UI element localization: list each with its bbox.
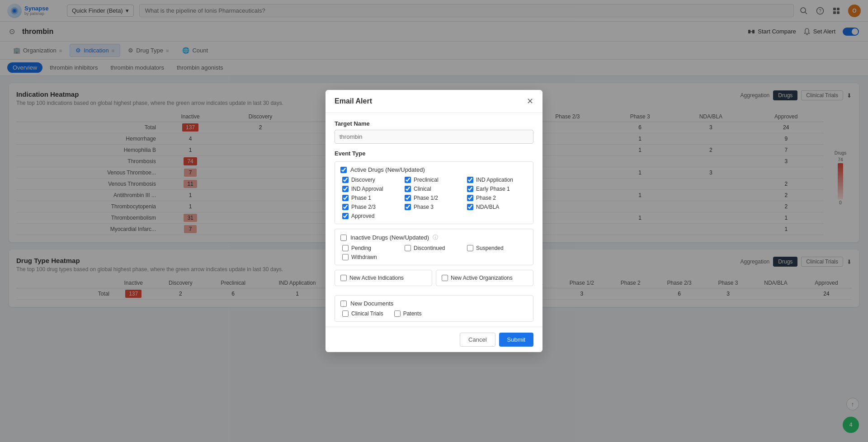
modal-close-button[interactable]: ✕: [527, 97, 533, 105]
option-ind-application[interactable]: IND Application: [467, 177, 528, 183]
option-phase2-3[interactable]: Phase 2/3: [342, 204, 403, 210]
active-drugs-header: Active Drugs (New/Updated): [340, 166, 528, 173]
new-documents-label: New Documents: [350, 300, 393, 307]
target-name-input[interactable]: [335, 130, 533, 144]
option-withdrawn[interactable]: Withdrawn: [342, 254, 403, 260]
active-drugs-label: Active Drugs (New/Updated): [350, 166, 425, 173]
option-ind-approval[interactable]: IND Approval: [342, 186, 403, 192]
option-clinical-trials[interactable]: Clinical Trials: [342, 310, 383, 317]
info-icon: ⓘ: [433, 234, 438, 241]
inactive-drugs-header: Inactive Drugs (New/Updated) ⓘ: [340, 234, 528, 241]
option-phase1-2[interactable]: Phase 1/2: [405, 195, 465, 201]
new-documents-group: New Documents Clinical Trials Patents: [335, 295, 533, 322]
option-approved[interactable]: Approved: [342, 213, 403, 219]
new-active-indications-checkbox[interactable]: New Active Indications: [340, 275, 426, 281]
new-documents-checkbox[interactable]: [340, 301, 347, 307]
inactive-drugs-checkbox[interactable]: [340, 235, 347, 241]
option-preclinical[interactable]: Preclinical: [405, 177, 465, 183]
new-documents-header: New Documents: [340, 300, 528, 307]
option-phase1[interactable]: Phase 1: [342, 195, 403, 201]
new-active-organizations-group: New Active Organizations: [436, 270, 533, 286]
option-pending[interactable]: Pending: [342, 245, 403, 251]
inactive-options-grid: Pending Discontinued Suspended Withdrawn: [340, 245, 528, 260]
inactive-drugs-group: Inactive Drugs (New/Updated) ⓘ Pending D…: [335, 229, 533, 265]
modal-overlay: Email Alert ✕ Target Name Event Type Act…: [0, 0, 868, 442]
option-suspended[interactable]: Suspended: [467, 245, 528, 251]
target-name-label: Target Name: [335, 120, 533, 127]
modal-header: Email Alert ✕: [326, 90, 542, 113]
cancel-button[interactable]: Cancel: [460, 333, 495, 347]
option-ndabla[interactable]: NDA/BLA: [467, 204, 528, 210]
option-phase2[interactable]: Phase 2: [467, 195, 528, 201]
option-discovery[interactable]: Discovery: [342, 177, 403, 183]
active-drugs-group: Active Drugs (New/Updated) Discovery Pre…: [335, 161, 533, 224]
new-active-organizations-checkbox[interactable]: New Active Organizations: [442, 275, 528, 281]
modal-title: Email Alert: [335, 97, 372, 105]
submit-button[interactable]: Submit: [499, 333, 533, 347]
option-phase3[interactable]: Phase 3: [405, 204, 465, 210]
option-clinical[interactable]: Clinical: [405, 186, 465, 192]
inactive-drugs-label: Inactive Drugs (New/Updated): [350, 234, 429, 241]
new-active-indications-group: New Active Indications: [335, 270, 432, 286]
option-early-phase1[interactable]: Early Phase 1: [467, 186, 528, 192]
email-alert-modal: Email Alert ✕ Target Name Event Type Act…: [326, 90, 542, 352]
option-patents[interactable]: Patents: [394, 310, 422, 317]
documents-sub-options: Clinical Trials Patents: [340, 310, 528, 317]
active-drugs-checkbox[interactable]: [340, 167, 347, 173]
option-discontinued[interactable]: Discontinued: [405, 245, 465, 251]
modal-body: Target Name Event Type Active Drugs (New…: [326, 113, 542, 327]
event-type-label: Event Type: [335, 150, 533, 157]
modal-footer: Cancel Submit: [326, 327, 542, 352]
active-options-grid: Discovery Preclinical IND Application IN…: [340, 177, 528, 219]
